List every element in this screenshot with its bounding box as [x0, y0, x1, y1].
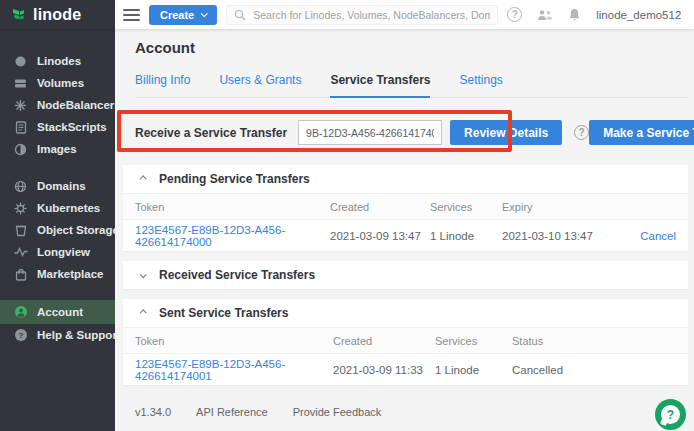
help-support-icon: ?: [13, 328, 28, 342]
make-service-transfer-button[interactable]: Make a Service Transfer: [589, 120, 694, 145]
sidebar-item-label: Help & Support: [37, 329, 121, 341]
sidebar-item-kubernetes[interactable]: Kubernetes: [0, 197, 115, 219]
receive-transfer-label: Receive a Service Transfer: [135, 126, 287, 140]
create-button[interactable]: Create: [149, 5, 217, 25]
column-header-token: Token: [135, 335, 333, 347]
collapse-chevron-icon: [140, 175, 147, 182]
column-header-token: Token: [135, 201, 330, 213]
volumes-icon: [13, 77, 28, 90]
search-input[interactable]: [253, 9, 490, 21]
linode-logo-icon: [11, 7, 27, 23]
nodebalancers-icon: [13, 99, 28, 112]
sidebar-item-longview[interactable]: Longview: [0, 241, 115, 263]
sidebar-item-volumes[interactable]: Volumes: [0, 72, 115, 94]
longview-icon: [13, 247, 28, 257]
logo-text: linode: [33, 6, 81, 24]
collapse-chevron-icon: [140, 309, 147, 316]
help-bubble-icon: ?: [661, 405, 680, 424]
menu-icon[interactable]: [123, 7, 140, 23]
pending-transfers-card: Pending Service Transfers Token Created …: [123, 165, 688, 251]
page-title: Account: [135, 39, 195, 56]
object-storage-icon: [13, 224, 28, 237]
username[interactable]: linode_demo512: [596, 9, 681, 21]
sent-transfers-header[interactable]: Sent Service Transfers: [123, 299, 688, 327]
sidebar-item-label: Domains: [37, 180, 86, 192]
main-content: Account Billing Info Users & Grants Serv…: [115, 29, 694, 431]
review-details-button[interactable]: Review Details: [450, 120, 562, 145]
sidebar-item-nodebalancers[interactable]: NodeBalancers: [0, 94, 115, 116]
sidebar-item-label: StackScripts: [37, 121, 107, 133]
receive-transfer-row: Receive a Service Transfer Review Detail…: [135, 120, 688, 145]
sidebar-item-linodes[interactable]: Linodes: [0, 50, 115, 72]
sidebar-item-images[interactable]: Images: [0, 138, 115, 160]
help-chat-fab[interactable]: ?: [655, 399, 686, 430]
cancel-transfer-link[interactable]: Cancel: [625, 230, 676, 242]
section-title: Received Service Transfers: [159, 268, 315, 282]
sidebar-item-label: Kubernetes: [37, 202, 100, 214]
tab-users-grants[interactable]: Users & Grants: [219, 73, 301, 97]
section-title: Sent Service Transfers: [159, 306, 288, 320]
sidebar-item-account[interactable]: Account: [0, 300, 115, 324]
notifications-bell-icon[interactable]: [568, 8, 581, 22]
section-title: Pending Service Transfers: [159, 172, 310, 186]
receive-help-icon[interactable]: ?: [574, 125, 589, 140]
column-header-services: Services: [435, 335, 512, 347]
sidebar-item-object-storage[interactable]: Object Storage: [0, 219, 115, 241]
transfer-token-link[interactable]: 123E4567-E89B-12D3-A456-426614174001: [135, 358, 333, 382]
search-bar[interactable]: [226, 5, 498, 25]
sidebar-item-label: Account: [37, 306, 83, 318]
sent-table-header: Token Created Services Status: [123, 327, 688, 354]
sidebar-item-label: Volumes: [37, 77, 84, 89]
transfer-sections: Pending Service Transfers Token Created …: [123, 165, 688, 418]
account-icon: [13, 305, 28, 319]
pending-transfers-header[interactable]: Pending Service Transfers: [123, 165, 688, 193]
sidebar: Linodes Volumes NodeBalancers: [0, 29, 115, 431]
sidebar-item-stackscripts[interactable]: StackScripts: [0, 116, 115, 138]
help-icon[interactable]: ?: [507, 7, 522, 22]
sidebar-item-label: Linodes: [37, 55, 81, 67]
table-row: 123E4567-E89B-12D3-A456-426614174001 202…: [123, 354, 688, 385]
create-button-label: Create: [160, 9, 194, 21]
domains-icon: [13, 180, 28, 193]
cell-created: 2021-03-09 13:47: [330, 230, 430, 242]
transfer-token-input[interactable]: [298, 120, 442, 145]
transfer-token-link[interactable]: 123E4567-E89B-12D3-A456-426614174000: [135, 224, 330, 248]
sidebar-divider: [0, 160, 115, 175]
pending-table-header: Token Created Services Expiry: [123, 193, 688, 220]
api-reference-link[interactable]: API Reference: [196, 406, 268, 418]
sidebar-item-help-support[interactable]: ? Help & Support: [0, 324, 115, 346]
stackscripts-icon: [13, 121, 28, 134]
sent-transfers-card: Sent Service Transfers Token Created Ser…: [123, 299, 688, 385]
cell-expiry: 2021-03-10 13:47: [502, 230, 625, 242]
linodes-icon: [13, 55, 28, 68]
sidebar-item-label: Object Storage: [37, 224, 119, 236]
sidebar-item-marketplace[interactable]: Marketplace: [0, 263, 115, 285]
search-icon: [234, 9, 246, 21]
provide-feedback-link[interactable]: Provide Feedback: [293, 406, 382, 418]
expand-chevron-icon: [140, 271, 147, 278]
page-footer: v1.34.0 API Reference Provide Feedback: [123, 406, 688, 418]
sidebar-item-label: Longview: [37, 246, 90, 258]
svg-text:?: ?: [18, 331, 23, 340]
marketplace-icon: [13, 268, 28, 281]
linode-logo[interactable]: linode: [0, 0, 115, 29]
tab-settings[interactable]: Settings: [459, 73, 502, 97]
received-transfers-header[interactable]: Received Service Transfers: [123, 261, 688, 289]
sidebar-item-domains[interactable]: Domains: [0, 175, 115, 197]
cell-created: 2021-03-09 11:33: [333, 364, 435, 376]
cell-services: 1 Linode: [435, 364, 512, 376]
topbar: linode Create ?: [0, 0, 694, 29]
images-icon: [13, 143, 28, 156]
column-header-status: Status: [512, 335, 676, 347]
column-header-created: Created: [333, 335, 435, 347]
topbar-main: Create ?: [115, 0, 694, 29]
chevron-down-icon: [201, 10, 208, 17]
column-header-created: Created: [330, 201, 430, 213]
app-version: v1.34.0: [135, 406, 171, 418]
tab-billing-info[interactable]: Billing Info: [135, 73, 190, 97]
kubernetes-icon: [13, 202, 28, 215]
sidebar-divider: [0, 285, 115, 300]
topbar-icons: ? linode_demo512: [507, 6, 694, 23]
tab-service-transfers[interactable]: Service Transfers: [330, 73, 430, 98]
community-icon[interactable]: [537, 9, 553, 21]
